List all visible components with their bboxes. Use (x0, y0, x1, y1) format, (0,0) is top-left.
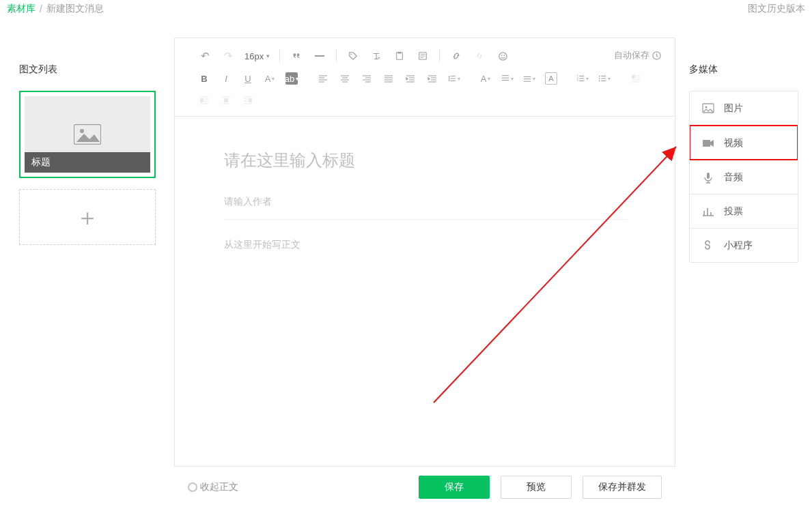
vote-icon (702, 205, 714, 218)
font-size-value: 16px (244, 51, 264, 61)
breadcrumb-root[interactable]: 素材库 (7, 3, 36, 15)
svg-point-19 (599, 81, 600, 82)
audio-icon (702, 171, 714, 184)
emoji-icon[interactable] (496, 49, 509, 63)
font-size-select[interactable]: 16px ▾ (244, 51, 270, 61)
link-icon[interactable] (449, 49, 463, 63)
svg-text:3: 3 (577, 79, 578, 82)
margin-bottom-icon[interactable]: ▾ (523, 72, 535, 85)
letter-spacing-icon[interactable]: A▾ (479, 72, 492, 85)
svg-rect-20 (632, 75, 635, 78)
align-justify-icon[interactable] (382, 72, 395, 85)
media-item-label: 音频 (724, 171, 743, 184)
preview-button[interactable]: 预览 (501, 476, 572, 499)
body-input[interactable]: 从这里开始写正文 (224, 239, 626, 251)
svg-point-18 (599, 78, 600, 79)
plus-icon: ＋ (76, 205, 99, 229)
toolbar-row-1: ↶ ↷ 16px ▾ (175, 38, 675, 68)
sidebar-title: 图文列表 (19, 44, 167, 76)
svg-point-3 (351, 54, 352, 55)
svg-rect-5 (398, 52, 402, 54)
add-article-button[interactable]: ＋ (19, 189, 156, 245)
media-item-video[interactable]: 视频 (690, 126, 798, 160)
svg-point-25 (705, 106, 708, 108)
line-height-icon[interactable]: ▾ (448, 72, 460, 85)
tag-icon[interactable] (346, 49, 360, 63)
save-button[interactable]: 保存 (419, 476, 490, 499)
collapse-icon (188, 482, 197, 492)
template-icon[interactable] (416, 49, 430, 63)
bg-color-icon[interactable]: ab▾ (285, 72, 298, 85)
svg-rect-23 (249, 98, 252, 102)
svg-rect-27 (707, 173, 710, 179)
indent-increase-icon[interactable] (426, 72, 438, 85)
media-item-label: 视频 (724, 137, 743, 149)
media-list: 图片 视频 音频 投票 (689, 91, 798, 263)
miniprogram-icon (702, 240, 714, 252)
unlink-icon[interactable] (473, 49, 486, 63)
toolbar-divider (279, 50, 280, 62)
breadcrumb: 素材库 / 新建图文消息 (7, 3, 104, 15)
video-icon (702, 137, 714, 149)
font-color-icon[interactable]: A▾ (264, 72, 276, 85)
article-caption: 标题 (25, 152, 150, 173)
svg-point-12 (503, 55, 505, 56)
editor-panel: ↶ ↷ 16px ▾ (174, 38, 675, 507)
underline-icon[interactable]: U (242, 72, 254, 85)
media-item-image[interactable]: 图片 (690, 91, 798, 126)
image-placeholder-icon (74, 124, 101, 145)
indent-decrease-icon[interactable] (404, 72, 417, 85)
float-right-icon[interactable] (242, 94, 254, 106)
collapse-editor-button[interactable]: 收起正文 (188, 481, 238, 493)
svg-point-10 (499, 52, 507, 59)
paste-text-icon[interactable] (393, 49, 406, 63)
media-panel-title: 多媒体 (689, 44, 812, 76)
svg-point-1 (80, 129, 84, 133)
breadcrumb-sep: / (40, 3, 42, 14)
margin-top-icon[interactable]: ▾ (501, 72, 514, 85)
toolbar-divider (439, 50, 440, 62)
article-card[interactable]: 标题 (19, 91, 156, 178)
toolbar-divider (336, 50, 337, 62)
ordered-list-icon[interactable]: 123▾ (576, 72, 589, 85)
media-item-label: 投票 (724, 205, 743, 218)
autosave-indicator: 自动保存 (614, 49, 661, 61)
author-input[interactable]: 请输入作者 (224, 196, 627, 220)
media-panel: 多媒体 图片 视频 音频 (675, 38, 812, 507)
media-item-label: 图片 (724, 102, 743, 115)
media-item-vote[interactable]: 投票 (690, 194, 798, 228)
float-left-icon[interactable] (198, 94, 210, 106)
toolbar-row-2: B I U A▾ ab▾ ▾ A▾ ▾ ▾ A 123▾ ▾ (175, 68, 675, 117)
blockquote-icon[interactable] (290, 49, 303, 63)
italic-icon[interactable]: I (220, 72, 232, 85)
svg-point-11 (501, 55, 502, 56)
image-icon (702, 102, 714, 115)
title-input[interactable]: 请在这里输入标题 (224, 149, 626, 171)
autosave-label: 自动保存 (614, 49, 649, 61)
svg-rect-22 (224, 98, 228, 102)
font-family-icon[interactable]: A (545, 72, 557, 85)
float-none-icon[interactable] (630, 72, 642, 85)
media-item-label: 小程序 (724, 240, 753, 252)
bold-icon[interactable]: B (198, 72, 210, 85)
float-center-icon[interactable] (220, 94, 232, 106)
undo-icon[interactable]: ↶ (198, 49, 212, 63)
redo-icon[interactable]: ↷ (221, 49, 235, 63)
media-item-audio[interactable]: 音频 (690, 160, 798, 194)
clear-format-icon[interactable] (369, 49, 383, 63)
breadcrumb-current: 新建图文消息 (46, 3, 104, 15)
media-item-miniprogram[interactable]: 小程序 (690, 228, 798, 262)
align-right-icon[interactable] (361, 72, 373, 85)
svg-rect-21 (200, 98, 204, 102)
editor-body: 请在这里输入标题 请输入作者 从这里开始写正文 (175, 117, 675, 507)
svg-rect-2 (315, 55, 324, 57)
align-center-icon[interactable] (339, 72, 351, 85)
svg-point-17 (599, 76, 600, 77)
clock-icon (652, 51, 661, 60)
unordered-list-icon[interactable]: ▾ (598, 72, 611, 85)
caret-down-icon: ▾ (266, 53, 270, 59)
save-and-send-button[interactable]: 保存并群发 (583, 476, 662, 499)
align-left-icon[interactable] (317, 72, 329, 85)
hr-icon[interactable] (313, 49, 326, 63)
history-link[interactable]: 图文历史版本 (748, 3, 805, 15)
